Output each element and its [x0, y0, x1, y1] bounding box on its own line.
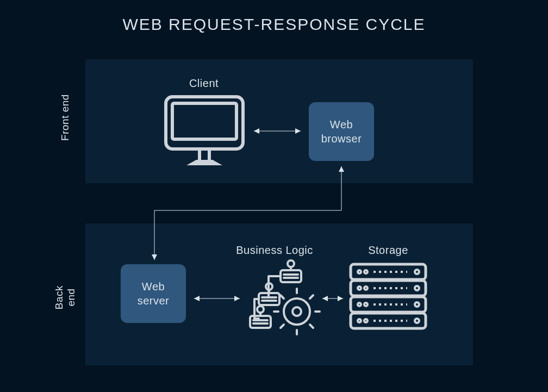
svg-point-35: [415, 302, 419, 307]
frontend-label: Front end: [59, 93, 71, 142]
arrow-client-browser: [250, 125, 305, 138]
svg-point-5: [292, 307, 301, 316]
web-server-label-1: Web: [142, 279, 165, 294]
web-browser-label-1: Web: [330, 117, 353, 132]
svg-point-34: [415, 286, 419, 290]
arrow-browser-server: [150, 161, 346, 267]
svg-point-33: [415, 270, 419, 274]
svg-point-30: [364, 303, 368, 306]
svg-marker-47: [194, 296, 200, 301]
svg-rect-1: [172, 103, 236, 139]
svg-marker-44: [339, 166, 344, 172]
svg-point-27: [358, 287, 361, 290]
storage-icon: [346, 259, 430, 335]
diagram-title: WEB REQUEST-RESPONSE CYCLE: [0, 15, 548, 34]
arrow-logic-storage: [318, 292, 347, 305]
svg-rect-6: [281, 270, 301, 282]
svg-marker-48: [234, 296, 240, 301]
svg-point-26: [364, 270, 368, 273]
web-server-node: Web server: [121, 264, 186, 323]
arrow-server-logic: [190, 292, 244, 305]
svg-point-4: [284, 298, 310, 325]
svg-marker-50: [322, 296, 328, 301]
web-browser-label-2: browser: [321, 132, 362, 146]
svg-marker-45: [152, 254, 157, 260]
backend-label: Back end: [53, 276, 77, 319]
svg-marker-42: [254, 128, 259, 134]
svg-rect-16: [250, 316, 271, 328]
web-server-label-2: server: [138, 294, 170, 308]
svg-point-25: [358, 270, 361, 273]
svg-marker-51: [338, 296, 343, 301]
client-label: Client: [179, 77, 228, 90]
web-browser-node: Web browser: [309, 102, 374, 161]
svg-point-31: [358, 319, 361, 322]
svg-point-36: [415, 319, 419, 323]
svg-point-28: [364, 287, 368, 290]
svg-point-29: [358, 303, 361, 306]
monitor-icon: [163, 94, 246, 170]
business-logic-icon: [245, 259, 321, 335]
svg-point-32: [364, 319, 368, 322]
svg-marker-43: [295, 128, 301, 134]
storage-label: Storage: [366, 244, 410, 257]
